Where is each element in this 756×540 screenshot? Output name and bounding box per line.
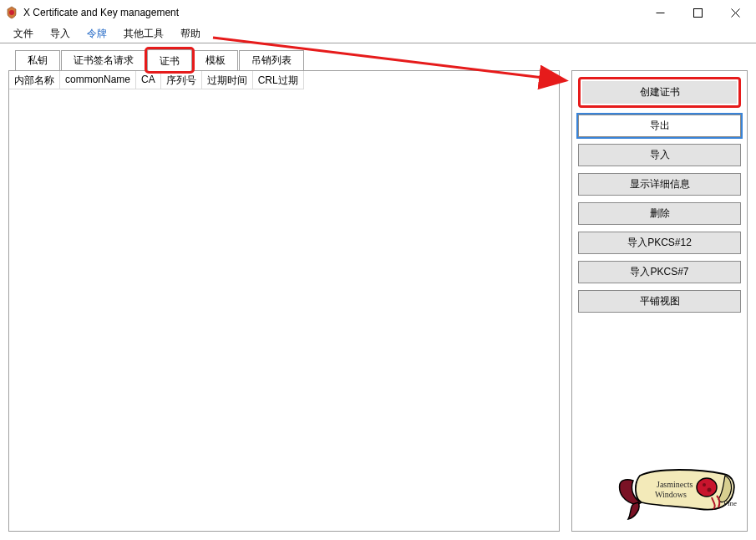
svg-text:Fine: Fine	[723, 499, 737, 507]
certificate-grid: 内部名称 commonName CA 序列号 过期时间 CRL过期	[8, 70, 560, 532]
svg-point-8	[708, 488, 712, 492]
close-button[interactable]	[717, 0, 754, 25]
tab-revocation[interactable]: 吊销列表	[239, 50, 304, 70]
tab-certificates[interactable]: 证书	[147, 49, 192, 71]
menu-token[interactable]: 令牌	[79, 25, 115, 43]
col-expiry[interactable]: 过期时间	[202, 71, 253, 89]
xca-logo-icon: Jasminects Windows Fine	[600, 451, 742, 526]
show-details-button[interactable]: 显示详细信息	[578, 173, 741, 196]
tab-private-keys[interactable]: 私钥	[15, 50, 60, 70]
titlebar: X Certificate and Key management	[0, 0, 756, 25]
svg-point-1	[9, 10, 14, 15]
tab-templates[interactable]: 模板	[193, 50, 238, 70]
import-pkcs7-button[interactable]: 导入PKCS#7	[578, 261, 741, 283]
menu-tools[interactable]: 其他工具	[115, 25, 172, 43]
menubar: 文件 导入 令牌 其他工具 帮助	[0, 25, 756, 43]
window-controls	[642, 0, 754, 25]
menu-help[interactable]: 帮助	[172, 25, 209, 43]
col-common-name[interactable]: commonName	[60, 71, 136, 89]
grid-body[interactable]	[9, 89, 559, 531]
delete-button[interactable]: 删除	[578, 202, 741, 225]
maximize-button[interactable]	[679, 0, 717, 25]
col-crl-expiry[interactable]: CRL过期	[253, 71, 304, 89]
side-panel: 创建证书 导出 导入 显示详细信息 删除 导入PKCS#12 导入PKCS#7 …	[571, 70, 748, 532]
flat-view-button[interactable]: 平铺视图	[578, 290, 741, 313]
new-certificate-button[interactable]: 创建证书	[582, 81, 737, 104]
col-ca[interactable]: CA	[136, 71, 161, 89]
import-pkcs12-button[interactable]: 导入PKCS#12	[578, 232, 741, 254]
svg-text:Jasminects: Jasminects	[657, 480, 693, 489]
svg-rect-3	[694, 8, 703, 17]
minimize-button[interactable]	[642, 0, 679, 25]
svg-point-7	[703, 483, 706, 487]
export-button[interactable]: 导出	[578, 115, 741, 137]
import-button[interactable]: 导入	[578, 144, 741, 166]
grid-header: 内部名称 commonName CA 序列号 过期时间 CRL过期	[9, 71, 559, 89]
tabs-row: 私钥 证书签名请求 证书 模板 吊销列表	[8, 48, 748, 70]
col-serial[interactable]: 序列号	[161, 71, 202, 89]
menu-file[interactable]: 文件	[5, 25, 42, 43]
tab-csr[interactable]: 证书签名请求	[61, 50, 146, 70]
svg-text:Windows: Windows	[655, 490, 687, 499]
content-area: 私钥 证书签名请求 证书 模板 吊销列表 内部名称 commonName CA …	[0, 43, 756, 540]
new-cert-highlight: 创建证书	[578, 77, 741, 108]
svg-point-6	[697, 478, 717, 497]
app-icon	[5, 6, 18, 19]
panels: 内部名称 commonName CA 序列号 过期时间 CRL过期 创建证书 导…	[8, 70, 748, 532]
col-internal-name[interactable]: 内部名称	[9, 71, 60, 89]
window-title: X Certificate and Key management	[23, 7, 642, 18]
menu-import[interactable]: 导入	[42, 25, 79, 43]
